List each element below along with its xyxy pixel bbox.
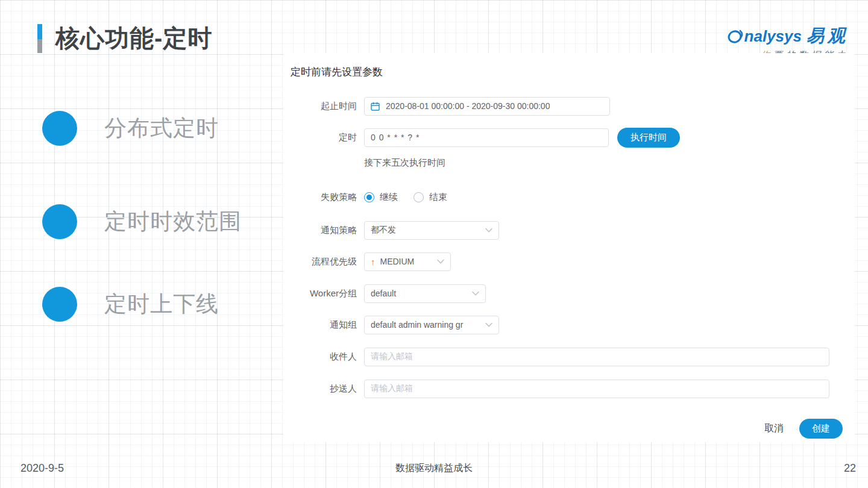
form-row-cron: 定时 0 0 * * * ? * 执行时间 bbox=[283, 128, 855, 147]
worker-group-label: Worker分组 bbox=[283, 288, 364, 299]
priority-select[interactable]: ↑ MEDIUM bbox=[364, 252, 451, 271]
recipients-label: 收件人 bbox=[283, 351, 364, 363]
bullet-label: 定时上下线 bbox=[104, 289, 219, 319]
next-five-executions-hint: 接下来五次执行时间 bbox=[364, 157, 445, 169]
bullet-item-distributed-scheduling: 分布式定时 bbox=[42, 111, 219, 146]
execution-time-button[interactable]: 执行时间 bbox=[617, 128, 680, 148]
form-row-notify-strategy: 通知策略 都不发 bbox=[283, 221, 855, 240]
chevron-down-icon bbox=[437, 259, 444, 264]
bullet-dot-icon bbox=[42, 287, 77, 322]
bullet-label: 分布式定时 bbox=[104, 113, 219, 143]
radio-selected-icon bbox=[364, 192, 374, 202]
cron-label: 定时 bbox=[283, 132, 364, 143]
notify-group-value: default admin warning gr bbox=[371, 320, 473, 330]
brand-name-cn: 易观 bbox=[807, 24, 849, 48]
priority-value: MEDIUM bbox=[380, 257, 424, 266]
schedule-settings-panel: 定时前请先设置参数 起止时间 2020-08-01 00:00:00 - 202… bbox=[283, 53, 855, 442]
date-range-label: 起止时间 bbox=[283, 101, 364, 112]
footer-slogan: 数据驱动精益成长 bbox=[0, 462, 868, 475]
form-row-priority: 流程优先级 ↑ MEDIUM bbox=[283, 252, 855, 271]
cron-input[interactable]: 0 0 * * * ? * bbox=[364, 128, 609, 147]
analysys-swoosh-icon bbox=[726, 28, 744, 44]
form-row-worker-group: Worker分组 default bbox=[283, 284, 855, 303]
notify-strategy-select[interactable]: 都不发 bbox=[364, 221, 499, 240]
title-accent-bar-gray bbox=[37, 39, 42, 53]
page-title: 核心功能-定时 bbox=[55, 22, 212, 55]
title-accent-bar bbox=[37, 24, 42, 53]
create-button[interactable]: 创建 bbox=[799, 419, 843, 439]
failure-strategy-label: 失败策略 bbox=[283, 192, 364, 203]
radio-option-continue[interactable]: 继续 bbox=[364, 192, 398, 203]
notify-group-select[interactable]: default admin warning gr bbox=[364, 316, 499, 334]
notify-group-label: 通知组 bbox=[283, 319, 364, 331]
cron-value: 0 0 * * * ? * bbox=[371, 133, 420, 142]
cc-input[interactable]: 请输入邮箱 bbox=[364, 380, 829, 398]
bullet-item-schedule-validity-range: 定时时效范围 bbox=[42, 204, 242, 239]
radio-option-label: 结束 bbox=[429, 192, 447, 203]
arrow-up-icon: ↑ bbox=[371, 257, 376, 267]
radio-option-label: 继续 bbox=[380, 192, 398, 203]
notify-strategy-label: 通知策略 bbox=[283, 225, 364, 236]
failure-strategy-radio-group: 继续 结束 bbox=[364, 192, 463, 203]
worker-group-value: default bbox=[371, 289, 406, 298]
recipients-placeholder: 请输入邮箱 bbox=[371, 351, 413, 362]
form-row-recipients: 收件人 请输入邮箱 bbox=[283, 347, 855, 366]
date-range-input[interactable]: 2020-08-01 00:00:00 - 2020-09-30 00:00:0… bbox=[364, 97, 610, 116]
brand-name-en: nalysys bbox=[744, 27, 802, 46]
form-row-cc: 抄送人 请输入邮箱 bbox=[283, 379, 855, 398]
form-row-cron-hint: 接下来五次执行时间 bbox=[283, 154, 855, 171]
bullet-label: 定时时效范围 bbox=[104, 207, 242, 237]
form-row-failure-strategy: 失败策略 继续 结束 bbox=[283, 190, 855, 204]
chevron-down-icon bbox=[485, 322, 492, 327]
chevron-down-icon bbox=[472, 291, 479, 296]
footer-page-number: 22 bbox=[844, 462, 856, 475]
recipients-input[interactable]: 请输入邮箱 bbox=[364, 348, 829, 366]
calendar-icon bbox=[371, 102, 380, 111]
cancel-button[interactable]: 取消 bbox=[764, 422, 784, 435]
title-accent-bar-blue bbox=[37, 24, 42, 39]
form-row-notify-group: 通知组 default admin warning gr bbox=[283, 315, 855, 334]
worker-group-select[interactable]: default bbox=[364, 284, 486, 303]
chevron-down-icon bbox=[485, 228, 492, 233]
notify-strategy-value: 都不发 bbox=[371, 225, 406, 236]
date-range-value: 2020-08-01 00:00:00 - 2020-09-30 00:00:0… bbox=[386, 101, 550, 111]
bullet-item-schedule-online-offline: 定时上下线 bbox=[42, 287, 219, 322]
panel-title: 定时前请先设置参数 bbox=[291, 65, 383, 79]
slide-header: 核心功能-定时 bbox=[37, 22, 212, 55]
radio-option-end[interactable]: 结束 bbox=[414, 192, 447, 203]
form-row-date-range: 起止时间 2020-08-01 00:00:00 - 2020-09-30 00… bbox=[283, 96, 855, 116]
bullet-dot-icon bbox=[42, 204, 77, 239]
cc-placeholder: 请输入邮箱 bbox=[371, 383, 413, 394]
form-actions: 取消 创建 bbox=[283, 418, 855, 439]
cc-label: 抄送人 bbox=[283, 383, 364, 395]
radio-unselected-icon bbox=[414, 192, 424, 202]
priority-label: 流程优先级 bbox=[283, 256, 364, 267]
bullet-dot-icon bbox=[42, 111, 77, 146]
